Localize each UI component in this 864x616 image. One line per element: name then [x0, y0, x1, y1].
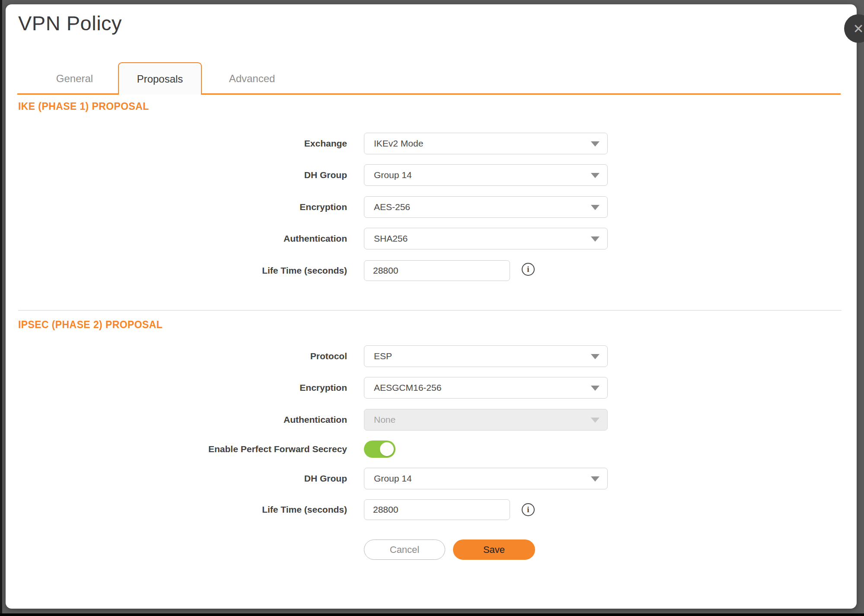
- ipsec-dh-group-label: DH Group: [45, 468, 347, 489]
- chevron-down-icon: [591, 476, 599, 482]
- section-divider: [18, 310, 842, 311]
- exchange-select-value: IKEv2 Mode: [374, 133, 423, 153]
- save-button[interactable]: Save: [453, 539, 535, 560]
- chevron-down-icon: [591, 205, 599, 210]
- tab-general[interactable]: General: [39, 62, 110, 95]
- chevron-down-icon: [591, 386, 599, 391]
- protocol-select[interactable]: ESP: [364, 345, 608, 367]
- window-left-edge: [0, 0, 2, 616]
- chevron-down-icon: [591, 141, 599, 147]
- protocol-select-value: ESP: [374, 346, 392, 366]
- ipsec-authentication-label: Authentication: [45, 409, 347, 431]
- ipsec-life-time-input[interactable]: [364, 499, 510, 520]
- chevron-down-icon: [591, 354, 599, 359]
- encryption-select-value: AES-256: [374, 197, 410, 217]
- encryption-label: Encryption: [45, 196, 347, 218]
- life-time-input[interactable]: [364, 260, 510, 281]
- page-title: VPN Policy: [18, 11, 122, 35]
- chevron-down-icon: [591, 236, 599, 242]
- life-time-label: Life Time (seconds): [45, 260, 347, 281]
- ike-phase1-heading: IKE (PHASE 1) PROPOSAL: [18, 101, 149, 112]
- info-icon[interactable]: i: [522, 263, 535, 276]
- pfs-label: Enable Perfect Forward Secrecy: [45, 440, 347, 458]
- dh-group-select-value: Group 14: [374, 165, 412, 185]
- tab-advanced[interactable]: Advanced: [213, 62, 291, 95]
- ipsec-authentication-select-value: None: [374, 409, 395, 430]
- dh-group-label: DH Group: [45, 164, 347, 186]
- protocol-label: Protocol: [45, 345, 347, 367]
- exchange-select[interactable]: IKEv2 Mode: [364, 133, 608, 154]
- ipsec-dh-group-select[interactable]: Group 14: [364, 468, 608, 489]
- authentication-select[interactable]: SHA256: [364, 228, 608, 249]
- window-bottom-edge: [0, 613, 864, 616]
- vpn-policy-dialog: VPN Policy General Proposals Advanced IK…: [6, 4, 857, 609]
- ipsec-encryption-select-value: AESGCM16-256: [374, 377, 441, 398]
- chevron-down-icon: [591, 173, 599, 178]
- ipsec-encryption-label: Encryption: [45, 377, 347, 399]
- encryption-select[interactable]: AES-256: [364, 196, 608, 218]
- ipsec-phase2-heading: IPSEC (PHASE 2) PROPOSAL: [18, 319, 163, 331]
- pfs-toggle[interactable]: [364, 440, 395, 458]
- dh-group-select[interactable]: Group 14: [364, 164, 608, 186]
- pfs-toggle-knob: [380, 442, 394, 456]
- tab-proposals[interactable]: Proposals: [118, 62, 202, 95]
- exchange-label: Exchange: [45, 133, 347, 154]
- ipsec-life-time-label: Life Time (seconds): [45, 499, 347, 520]
- ipsec-authentication-select: None: [364, 409, 608, 431]
- ipsec-dh-group-select-value: Group 14: [374, 468, 412, 488]
- chevron-down-icon: [591, 418, 599, 423]
- authentication-label: Authentication: [45, 228, 347, 249]
- info-icon[interactable]: i: [522, 503, 535, 516]
- authentication-select-value: SHA256: [374, 228, 408, 249]
- cancel-button[interactable]: Cancel: [364, 539, 445, 560]
- ipsec-encryption-select[interactable]: AESGCM16-256: [364, 377, 608, 399]
